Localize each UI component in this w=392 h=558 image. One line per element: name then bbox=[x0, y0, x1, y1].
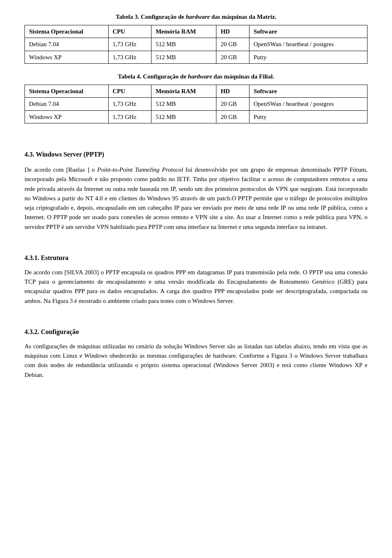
table1-cell-1-2: 512 MB bbox=[151, 51, 216, 64]
section431-paragraph-1: De acordo com [SILVA 2003] o PPTP encaps… bbox=[24, 268, 368, 306]
table2-title-italic: hardware bbox=[188, 73, 212, 80]
table-row: Debian 7.04 1,73 GHz 512 MB 20 GB OpenSW… bbox=[25, 38, 368, 51]
table2-cell-0-2: 512 MB bbox=[151, 98, 216, 111]
table1-cell-0-2: 512 MB bbox=[151, 38, 216, 51]
table1-title: Tabela 3. Configuração de hardware das m… bbox=[24, 12, 368, 22]
section431-heading: 4.3.1. Estrutura bbox=[24, 253, 368, 263]
table2-cell-0-4: OpenSWan / heartbeat / postgres bbox=[249, 98, 368, 111]
table1-cell-0-4: OpenSWan / heartbeat / postgres bbox=[249, 38, 368, 51]
table2-cell-1-4: Putty bbox=[249, 110, 368, 123]
table1-cell-1-0: Windows XP bbox=[25, 51, 109, 64]
table2-cell-0-1: 1,73 GHz bbox=[108, 98, 151, 111]
table2-cell-1-0: Windows XP bbox=[25, 110, 109, 123]
table-row: Debian 7.04 1,73 GHz 512 MB 20 GB OpenSW… bbox=[25, 98, 368, 111]
table2: Sistema Operacional CPU Memória RAM HD S… bbox=[24, 85, 368, 124]
section43-paragraph-1: De acordo com [Ruelas ] o Point-to-Point… bbox=[24, 165, 368, 232]
table1: Sistema Operacional CPU Memória RAM HD S… bbox=[24, 25, 368, 64]
table1-title-italic: hardware bbox=[186, 13, 210, 20]
table2-cell-1-3: 20 GB bbox=[216, 110, 249, 123]
table2-header-1: CPU bbox=[108, 85, 151, 98]
table2-title: Tabela 4. Configuração de hardware das m… bbox=[24, 72, 368, 81]
table1-header-4: Software bbox=[249, 25, 368, 38]
table2-cell-1-1: 1,73 GHz bbox=[108, 110, 151, 123]
table1-cell-0-3: 20 GB bbox=[216, 38, 249, 51]
pptp-italic: Point-to-Point Tunneling Protocol bbox=[97, 166, 183, 173]
section432-paragraph-1: As configurações de máquinas utilizadas … bbox=[24, 342, 368, 380]
table1-header-2: Memória RAM bbox=[151, 25, 216, 38]
table1-cell-1-3: 20 GB bbox=[216, 51, 249, 64]
table1-header-3: HD bbox=[216, 25, 249, 38]
table1-cell-0-1: 1,73 GHz bbox=[108, 38, 151, 51]
table2-header-4: Software bbox=[249, 85, 368, 98]
table1-cell-0-0: Debian 7.04 bbox=[25, 38, 109, 51]
table1-header-1: CPU bbox=[108, 25, 151, 38]
table2-header-0: Sistema Operacional bbox=[25, 85, 109, 98]
table2-header-2: Memória RAM bbox=[151, 85, 216, 98]
table1-header-0: Sistema Operacional bbox=[25, 25, 109, 38]
table-row: Windows XP 1,73 GHz 512 MB 20 GB Putty bbox=[25, 51, 368, 64]
section432-heading: 4.3.2. Configuração bbox=[24, 327, 368, 337]
table1-cell-1-4: Putty bbox=[249, 51, 368, 64]
table-row: Windows XP 1,73 GHz 512 MB 20 GB Putty bbox=[25, 110, 368, 123]
table1-cell-1-1: 1,73 GHz bbox=[108, 51, 151, 64]
section43-heading: 4.3. Windows Server (PPTP) bbox=[24, 150, 368, 159]
table2-cell-1-2: 512 MB bbox=[151, 110, 216, 123]
table2-cell-0-3: 20 GB bbox=[216, 98, 249, 111]
table2-header-3: HD bbox=[216, 85, 249, 98]
table2-cell-0-0: Debian 7.04 bbox=[25, 98, 109, 111]
